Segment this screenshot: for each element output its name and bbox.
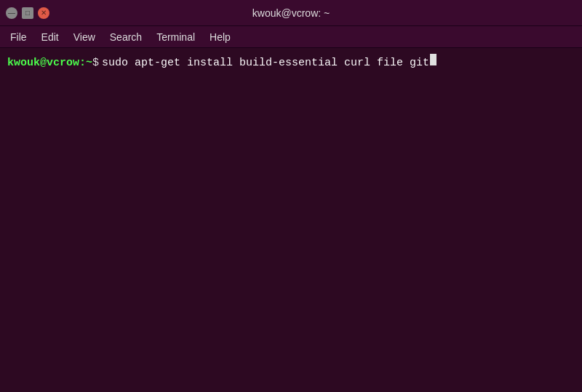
terminal-prompt-symbol: $ [92, 55, 99, 71]
menu-item-search[interactable]: Search [103, 28, 149, 46]
menu-item-terminal[interactable]: Terminal [149, 28, 202, 46]
menu-item-edit[interactable]: Edit [34, 28, 66, 46]
window-title: kwouk@vcrow: ~ [252, 7, 330, 19]
close-button[interactable]: ✕ [38, 7, 49, 19]
menu-bar: File Edit View Search Terminal Help [0, 26, 582, 48]
terminal-body[interactable]: kwouk@vcrow:~ $ sudo apt-get install bui… [0, 48, 582, 392]
terminal-command: sudo apt-get install build-essential cur… [102, 55, 429, 71]
minimize-button[interactable]: — [6, 7, 17, 19]
terminal-line: kwouk@vcrow:~ $ sudo apt-get install bui… [7, 54, 575, 71]
menu-item-help[interactable]: Help [202, 28, 238, 46]
terminal-cursor [430, 54, 436, 65]
title-bar: ✕ — □ kwouk@vcrow: ~ [0, 0, 582, 26]
window-controls-left[interactable]: ✕ — □ [6, 7, 49, 19]
maximize-button[interactable]: □ [22, 7, 33, 19]
terminal-prompt-user: kwouk@vcrow:~ [7, 55, 92, 71]
menu-item-file[interactable]: File [3, 28, 34, 46]
menu-item-view[interactable]: View [66, 28, 103, 46]
